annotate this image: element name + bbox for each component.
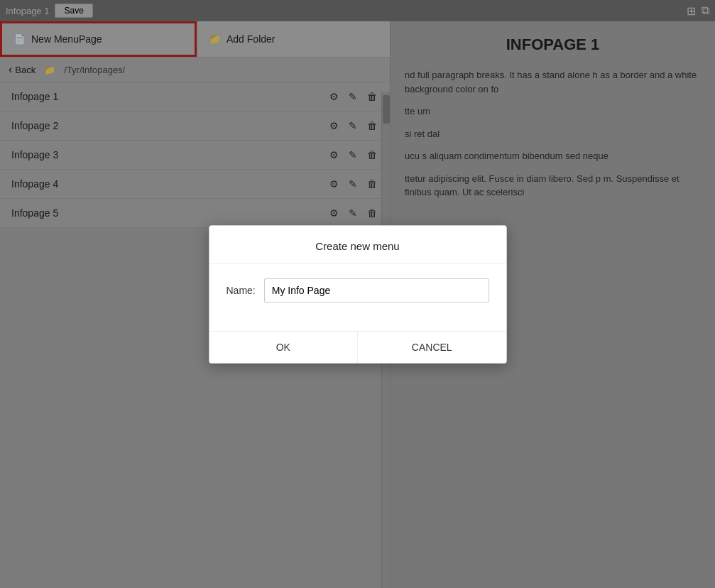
modal-body: Name: [209, 264, 506, 331]
modal-field-row: Name: [226, 278, 489, 303]
modal-overlay: Create new menu Name: OK CANCEL [0, 0, 715, 588]
modal-buttons: OK CANCEL [209, 331, 506, 363]
ok-button[interactable]: OK [209, 332, 359, 363]
modal-title: Create new menu [209, 226, 506, 264]
menu-name-input[interactable] [264, 278, 489, 303]
create-menu-dialog: Create new menu Name: OK CANCEL [209, 225, 507, 364]
name-label: Name: [226, 285, 256, 296]
cancel-button[interactable]: CANCEL [358, 332, 506, 363]
